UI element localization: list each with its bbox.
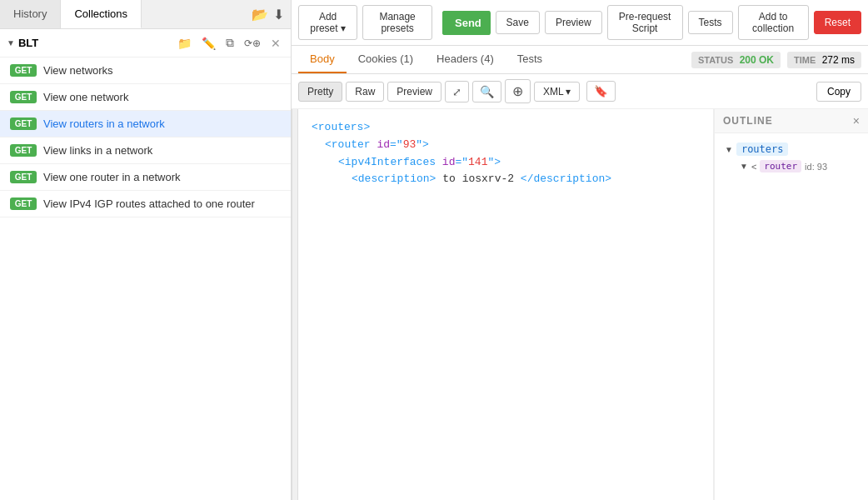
folder-open-icon[interactable]: 📂 [252,7,268,22]
sidebar-tabs: History Collections 📂 ⬇ [0,0,291,29]
list-item[interactable]: GET View IPv4 IGP routes attached to one… [0,191,291,218]
add-icon: ⊕ [512,84,523,98]
sidebar: History Collections 📂 ⬇ ▼ BLT 📁 ✏️ ⧉ ⟳⊕ … [0,0,292,500]
response-body: <routers> <router id="93"> <ipv4Interfac… [292,109,868,500]
list-item[interactable]: GET View networks [0,58,291,84]
outline-child-attr: id: 93 [805,162,827,172]
outline-close-button[interactable]: × [853,114,860,128]
list-item[interactable]: GET View one network [0,84,291,111]
blt-share-btn[interactable]: ⟳⊕ [241,36,264,51]
outline-header: OUTLINE × [715,109,868,133]
outline-tree: ▼ routers ▼ < router id: 93 [715,133,868,181]
method-badge: GET [10,144,37,157]
copy-button[interactable]: Copy [816,82,861,102]
manage-presets-button[interactable]: Manage presets [362,5,432,40]
response-tabs: Body Cookies (1) Headers (4) Tests STATU… [292,46,868,74]
tab-collections[interactable]: Collections [61,0,142,28]
add-button[interactable]: ⊕ [505,79,531,103]
blt-edit-btn[interactable]: ✏️ [198,35,219,52]
tests-button[interactable]: Tests [688,11,733,34]
bookmark-button[interactable]: 🔖 [586,81,616,102]
outline-chevron-icon[interactable]: ▼ [725,145,733,154]
scrollbar[interactable] [292,109,298,500]
method-badge: GET [10,171,37,183]
outline-sub-chevron-icon[interactable]: ▼ [740,162,748,171]
view-toolbar: Pretty Raw Preview ⤢ 🔍 ⊕ XML ▾ 🔖 Copy [292,74,868,109]
add-preset-button[interactable]: Add preset ▾ [298,5,357,40]
method-badge: GET [10,118,37,130]
blt-toolbar: ▼ BLT 📁 ✏️ ⧉ ⟳⊕ ✕ [0,29,291,58]
list-item-active[interactable]: GET View routers in a network [0,111,291,138]
item-label: View IPv4 IGP routes attached to one rou… [43,198,255,210]
xml-label: XML [543,86,564,98]
raw-button[interactable]: Raw [346,82,384,102]
list-item[interactable]: GET View one router in a network [0,164,291,191]
tab-cookies[interactable]: Cookies (1) [347,46,425,73]
method-badge: GET [10,198,37,210]
tab-body[interactable]: Body [298,46,347,73]
expand-button[interactable]: ⤢ [445,81,469,102]
xml-chevron-icon: ▾ [566,86,571,98]
tab-history[interactable]: History [0,0,61,28]
save-button[interactable]: Save [496,11,540,34]
code-area: <routers> <router id="93"> <ipv4Interfac… [298,109,714,500]
outline-title: OUTLINE [723,115,853,127]
blt-label: BLT [18,37,171,49]
method-badge: GET [10,91,37,103]
blt-copy-btn[interactable]: ⧉ [222,34,237,52]
bookmark-icon: 🔖 [594,85,608,98]
xml-dropdown-button[interactable]: XML ▾ [534,82,580,102]
pre-request-script-button[interactable]: Pre-request Script [607,5,683,40]
search-button[interactable]: 🔍 [472,81,501,102]
item-label: View one network [43,91,128,103]
dropdown-arrow-icon: ▾ [341,22,346,34]
code-line-4: <description> to iosxrv-2 </description> [312,171,700,188]
download-icon[interactable]: ⬇ [273,7,284,22]
outline-panel: OUTLINE × ▼ routers ▼ < router id: 93 [714,109,868,500]
main-panel: Add preset ▾ Manage presets Send ▾ Save … [292,0,868,500]
item-label: View links in a network [43,144,152,157]
blt-folder-btn[interactable]: 📁 [174,35,195,52]
tab-tests[interactable]: Tests [506,46,554,73]
code-line-2: <router id="93"> [312,137,700,154]
outline-root-item[interactable]: ▼ routers [721,140,861,158]
item-label: View networks [43,64,113,77]
time-value: 272 ms [822,54,855,66]
status-value: 200 OK [740,54,774,66]
list-item[interactable]: GET View links in a network [0,138,291,164]
search-icon: 🔍 [480,85,494,98]
pretty-button[interactable]: Pretty [298,82,342,102]
item-label: View routers in a network [43,118,165,130]
folder-chevron-icon: ▼ [7,38,15,48]
preview-button[interactable]: Preview [545,11,602,34]
code-line-1: <routers> [312,119,700,137]
outline-child-tag: router [760,160,801,172]
reset-button[interactable]: Reset [814,11,861,34]
status-info: STATUS 200 OK TIME 272 ms [691,52,861,68]
send-button[interactable]: Send [442,11,491,35]
status-label: STATUS [698,55,733,65]
outline-root-tag: routers [736,142,789,156]
method-badge: GET [10,64,37,77]
send-group: Send ▾ [442,11,491,35]
collection-list: GET View networks GET View one network G… [0,58,291,500]
tab-headers[interactable]: Headers (4) [425,46,506,73]
top-toolbar: Add preset ▾ Manage presets Send ▾ Save … [292,0,868,46]
add-to-collection-button[interactable]: Add to collection [738,5,809,40]
outline-sub-section: ▼ < router id: 93 [721,158,861,174]
item-label: View one router in a network [43,171,181,183]
code-line-3: <ipv4Interfaces id="141"> [312,154,700,172]
status-badge: STATUS 200 OK [691,52,781,68]
outline-child-item[interactable]: ▼ < router id: 93 [736,158,861,174]
outline-child-prefix: < [751,162,756,172]
time-badge: TIME 272 ms [787,52,861,68]
expand-icon: ⤢ [452,86,461,98]
preview-view-button[interactable]: Preview [387,82,441,102]
blt-close-btn[interactable]: ✕ [267,35,284,52]
